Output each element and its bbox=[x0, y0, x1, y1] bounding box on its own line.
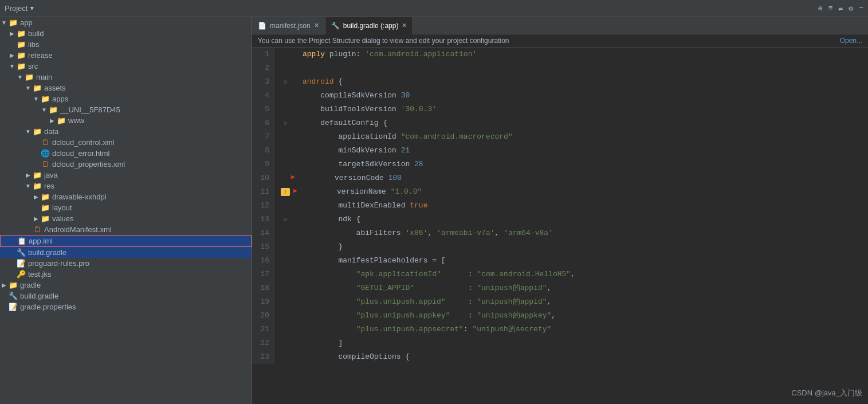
line-number-8: 8 bbox=[258, 144, 269, 158]
add-icon[interactable]: ⊕ bbox=[818, 4, 823, 13]
switch-icon[interactable]: ⇌ bbox=[839, 4, 843, 13]
line-number-17: 17 bbox=[258, 268, 269, 281]
sidebar-item-values[interactable]: ▶ 📁 values bbox=[0, 213, 252, 224]
code-line-22[interactable]: ] bbox=[281, 336, 862, 350]
code-line-20[interactable]: "plus.unipush.appkey" : "unipush的appkey"… bbox=[281, 309, 862, 323]
sidebar-item-uni5f87d45[interactable]: ▼ 📁 __UNI__5F87D45 bbox=[0, 104, 252, 115]
sidebar-item-main[interactable]: ▼ 📁 main bbox=[0, 72, 252, 83]
tree-item-label: assets bbox=[44, 84, 66, 92]
code-line-12[interactable]: multiDexEnabled true bbox=[281, 199, 862, 213]
dropdown-arrow[interactable]: ▼ bbox=[30, 5, 34, 12]
sidebar-item-www[interactable]: ▶ 📁 www bbox=[0, 115, 252, 126]
code-line-4[interactable]: compileSdkVersion 30 bbox=[281, 89, 862, 103]
code-line-1[interactable]: apply plugin: 'com.android.application' bbox=[281, 48, 862, 61]
code-token: 'x86' bbox=[405, 226, 427, 240]
code-line-10[interactable]: ➤ versionCode 100 bbox=[281, 171, 862, 185]
code-line-2[interactable] bbox=[281, 61, 862, 75]
code-line-14[interactable]: abiFilters 'x86', 'armeabi-v7a', 'arm64-… bbox=[281, 226, 862, 240]
code-line-17[interactable]: "apk.applicationId" : "com.android.Hello… bbox=[281, 268, 862, 281]
code-token: "com.android.macrorecord" bbox=[401, 130, 513, 144]
code-line-15[interactable]: } bbox=[281, 240, 862, 254]
empty-gutter bbox=[281, 158, 290, 171]
folder-icon: 📁 bbox=[16, 29, 26, 38]
line-number-10: 10 bbox=[258, 171, 269, 185]
empty-gutter bbox=[281, 89, 290, 103]
code-token: manifestPlaceholders = [ bbox=[303, 254, 446, 268]
list-icon[interactable]: ≡ bbox=[828, 4, 833, 13]
tree-arrow: ▶ bbox=[32, 215, 40, 222]
sidebar-item-apps[interactable]: ▼ 📁 apps bbox=[0, 93, 252, 104]
notification-text: You can use the Project Structure dialog… bbox=[258, 37, 509, 45]
code-line-18[interactable]: "GETUI_APPID" : "unipush的appid", bbox=[281, 281, 862, 295]
code-line-11[interactable]: !➤ versionName "1.0.0" bbox=[281, 185, 862, 199]
sidebar-item-androidmanifest[interactable]: 🗒 AndroidManifest.xml bbox=[0, 224, 252, 235]
sidebar-item-app[interactable]: ▼ 📁 app bbox=[0, 17, 252, 28]
sidebar-item-proguard[interactable]: 📝 proguard-rules.pro bbox=[0, 258, 252, 269]
folder-icon: 📁 bbox=[8, 281, 18, 289]
code-line-19[interactable]: "plus.unipush.appid" : "unipush的appid", bbox=[281, 295, 862, 309]
sidebar-item-dcloud_properties[interactable]: 🗒 dcloud_properties.xml bbox=[0, 159, 252, 170]
folder-icon: 📁 bbox=[48, 105, 58, 114]
code-line-8[interactable]: minSdkVersion 21 bbox=[281, 144, 862, 158]
sidebar-item-test-jks[interactable]: 🔑 test.jks bbox=[0, 269, 252, 280]
sidebar-item-release[interactable]: ▶ 📁 release bbox=[0, 50, 252, 61]
folder-icon: 📁 bbox=[32, 182, 42, 190]
code-editor[interactable]: 1234567891011121314151617181920212223 ap… bbox=[252, 48, 868, 404]
tree-item-label: apps bbox=[52, 95, 68, 103]
code-line-9[interactable]: targetSdkVersion 28 bbox=[281, 158, 862, 171]
line-number-6: 6 bbox=[258, 116, 269, 130]
sidebar-item-drawable[interactable]: ▶ 📁 drawable-xxhdpi bbox=[0, 191, 252, 202]
sidebar-item-app-iml[interactable]: 📋 app.iml bbox=[0, 235, 252, 247]
tab-build-gradle[interactable]: 🔧 build.gradle (:app) ✕ bbox=[325, 17, 414, 34]
sidebar-item-gradle-folder[interactable]: ▶ 📁 gradle bbox=[0, 280, 252, 291]
notification-link[interactable]: Open... bbox=[840, 37, 862, 45]
sidebar-item-build-gradle-file[interactable]: 🔧 build.gradle bbox=[0, 247, 252, 258]
sidebar-item-build[interactable]: ▶ 📁 build bbox=[0, 28, 252, 39]
code-line-23[interactable]: compileOptions { bbox=[281, 350, 862, 364]
sidebar-item-dcloud_control[interactable]: 🗒 dcloud_control.xml bbox=[0, 137, 252, 148]
code-token: compileOptions { bbox=[303, 350, 410, 364]
sidebar[interactable]: ▼ 📁 app ▶ 📁 build 📁 libs ▶ 📁 release ▼ 📁… bbox=[0, 17, 252, 404]
sidebar-item-data[interactable]: ▼ 📁 data bbox=[0, 126, 252, 137]
sidebar-item-gradle-properties[interactable]: 📝 gradle.properties bbox=[0, 301, 252, 312]
code-line-6[interactable]: ◇ defaultConfig { bbox=[281, 116, 862, 130]
xml-file-icon: 🗒 bbox=[40, 160, 50, 168]
code-line-16[interactable]: manifestPlaceholders = [ bbox=[281, 254, 862, 268]
tree-arrow: ▶ bbox=[48, 117, 56, 124]
tree-item-label: release bbox=[28, 51, 53, 60]
code-line-13[interactable]: ◇ ndk { bbox=[281, 213, 862, 226]
tab-manifest-close[interactable]: ✕ bbox=[314, 22, 319, 29]
code-token: ndk { bbox=[303, 213, 360, 226]
code-token: , bbox=[427, 226, 437, 240]
sidebar-item-res[interactable]: ▼ 📁 res bbox=[0, 181, 252, 191]
line-number-14: 14 bbox=[258, 226, 269, 240]
tree-item-label: app.iml bbox=[29, 237, 53, 245]
line-number-3: 3 bbox=[258, 75, 269, 89]
sidebar-item-build-gradle-root[interactable]: 🔧 build.gradle bbox=[0, 291, 252, 301]
tree-item-label: test.jks bbox=[28, 270, 51, 279]
code-token: : bbox=[450, 309, 477, 323]
tree-item-label: layout bbox=[52, 203, 72, 212]
sidebar-item-java[interactable]: ▶ 📁 java bbox=[0, 170, 252, 181]
tab-gradle-close[interactable]: ✕ bbox=[402, 22, 407, 29]
code-line-7[interactable]: applicationId "com.android.macrorecord" bbox=[281, 130, 862, 144]
sidebar-item-src[interactable]: ▼ 📁 src bbox=[0, 61, 252, 72]
tree-arrow: ▼ bbox=[32, 96, 40, 102]
sidebar-item-layout[interactable]: 📁 layout bbox=[0, 202, 252, 213]
minimize-icon[interactable]: − bbox=[859, 4, 863, 13]
tree-arrow: ▼ bbox=[0, 19, 8, 26]
sidebar-item-dcloud_error[interactable]: 🌐 dcloud_error.html bbox=[0, 148, 252, 159]
code-token: 'arm64-v8a' bbox=[504, 226, 553, 240]
code-token: , bbox=[547, 281, 551, 295]
code-content[interactable]: apply plugin: 'com.android.application' … bbox=[275, 48, 868, 364]
code-line-5[interactable]: buildToolsVersion '30.0.3' bbox=[281, 103, 862, 116]
tab-manifest[interactable]: 📄 manifest.json ✕ bbox=[252, 17, 325, 34]
tree-arrow: ▶ bbox=[32, 194, 40, 200]
gear-icon[interactable]: ⚙ bbox=[849, 4, 853, 13]
sidebar-item-assets[interactable]: ▼ 📁 assets bbox=[0, 83, 252, 93]
code-line-3[interactable]: ◇android { bbox=[281, 75, 862, 89]
code-line-21[interactable]: "plus.unipush.appsecret": "unipush的secre… bbox=[281, 323, 862, 336]
folder-icon: 📁 bbox=[32, 84, 42, 92]
folder-icon: 📁 bbox=[40, 193, 50, 201]
sidebar-item-libs[interactable]: 📁 libs bbox=[0, 39, 252, 50]
